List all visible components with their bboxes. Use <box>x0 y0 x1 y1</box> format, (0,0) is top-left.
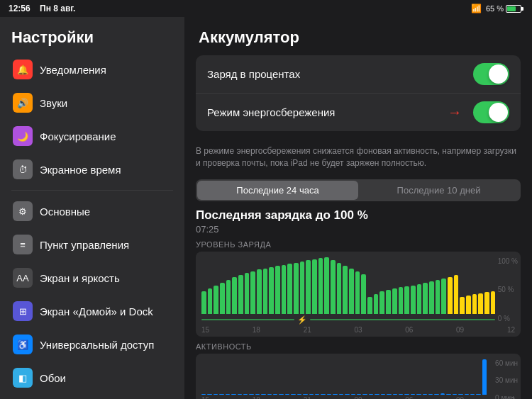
activity-bar <box>231 394 235 395</box>
activity-bar <box>375 394 379 395</box>
charge-bar <box>331 260 336 314</box>
status-bar: 12:56 Пн 8 авг. 📶 65 % <box>0 0 532 17</box>
sidebar-item-notifications[interactable]: 🔔 Уведомления <box>4 53 180 86</box>
sidebar-divider <box>11 190 173 191</box>
charge-bar <box>269 267 274 314</box>
charge-bar <box>238 275 243 313</box>
charge-bar <box>392 288 397 314</box>
activity-bar <box>453 394 457 395</box>
sidebar-label-control: Пункт управления <box>40 239 129 251</box>
charge-bar <box>478 293 483 314</box>
activity-bar <box>291 394 295 395</box>
charge-bar <box>232 277 237 314</box>
activity-bar <box>207 394 211 395</box>
sidebar-item-sounds[interactable]: 🔊 Звуки <box>4 86 180 119</box>
tab-10d[interactable]: Последние 10 дней <box>358 181 519 200</box>
charge-bar <box>275 266 280 313</box>
charge-chart-label: УРОВЕНЬ ЗАРЯДА <box>196 240 521 249</box>
charge-bar <box>441 279 446 314</box>
setting-row-lowpower: Режим энергосбережения → <box>196 94 521 131</box>
sidebar-item-display[interactable]: AA Экран и яркость <box>4 262 180 294</box>
charge-bar <box>324 257 329 314</box>
activity-bar <box>369 394 373 395</box>
sidebar-item-screentime[interactable]: ⏱ Экранное время <box>4 153 180 186</box>
activity-bar <box>357 394 361 395</box>
activity-bar <box>428 394 433 395</box>
sidebar-item-control[interactable]: ≡ Пункт управления <box>4 228 180 261</box>
activity-bar <box>297 394 301 395</box>
settings-card: Заряд в процентах Режим энергосбережения… <box>196 55 521 131</box>
activity-bar <box>243 394 248 395</box>
sidebar-label-homescreen: Экран «Домой» и Dock <box>40 305 153 317</box>
charge-bar <box>294 263 299 314</box>
sidebar-item-focus[interactable]: 🌙 Фокусирование <box>4 120 180 152</box>
charge-bar <box>429 281 434 314</box>
charge-bar <box>417 284 422 314</box>
charge-bar <box>355 271 360 314</box>
activity-bar <box>446 394 450 395</box>
charge-bar <box>220 283 225 314</box>
charge-bar <box>214 286 218 314</box>
charge-bar <box>491 291 496 314</box>
activity-bar <box>339 394 343 395</box>
sidebar-label-screentime: Экранное время <box>40 164 121 176</box>
toggle-percent[interactable] <box>473 63 509 85</box>
activity-bar <box>362 394 367 395</box>
activity-bar <box>333 394 337 395</box>
activity-bar <box>440 393 445 395</box>
activity-x-labels: 15182100060912 <box>201 395 515 399</box>
charge-bar <box>318 258 323 313</box>
activity-bar-chart <box>201 359 515 395</box>
activity-bar <box>219 394 223 395</box>
focus-icon: 🌙 <box>13 126 33 146</box>
charge-y-labels: 100 % 50 % 0 % <box>498 257 518 322</box>
period-tabs: Последние 24 часа Последние 10 дней <box>196 179 521 201</box>
sidebar-item-wallpaper[interactable]: ◧ Обои <box>4 361 180 394</box>
charge-bar <box>226 280 231 314</box>
charge-x-labels: 15182103060912 <box>201 325 515 334</box>
charge-bar <box>257 269 262 313</box>
activity-bar <box>351 394 355 395</box>
charge-bar <box>250 271 255 314</box>
activity-bar <box>214 394 218 395</box>
sidebar: Настройки 🔔 Уведомления 🔊 Звуки 🌙 Фокуси… <box>0 17 184 399</box>
wallpaper-icon: ◧ <box>13 368 33 388</box>
sidebar-item-siri[interactable]: ◉ Siri и Поиск <box>4 395 180 399</box>
activity-chart-label: АКТИВНОСТЬ <box>196 342 521 351</box>
content-title: Аккумулятор <box>184 17 532 55</box>
charge-bar <box>306 260 311 313</box>
activity-bar <box>327 394 331 395</box>
screentime-icon: ⏱ <box>13 159 33 179</box>
charge-bar <box>287 264 292 313</box>
charge-bar <box>466 296 471 314</box>
activity-bar <box>465 394 469 395</box>
sidebar-item-homescreen[interactable]: ⊞ Экран «Домой» и Dock <box>4 295 180 327</box>
sidebar-label-notifications: Уведомления <box>40 64 106 76</box>
status-time: 12:56 <box>9 4 31 13</box>
sidebar-item-general[interactable]: ⚙ Основные <box>4 195 180 227</box>
activity-bar <box>249 394 253 395</box>
charge-bar <box>386 290 391 314</box>
status-date: Пн 8 авг. <box>40 4 75 13</box>
setting-lowpower-label: Режим энергосбережения <box>207 106 335 118</box>
charge-bar <box>201 291 206 314</box>
sidebar-label-sounds: Звуки <box>40 97 67 109</box>
energy-description: В режиме энергосбережения снижается фоно… <box>184 140 532 176</box>
toggle-lowpower[interactable] <box>473 101 509 123</box>
activity-bar <box>279 394 283 395</box>
activity-bar <box>303 394 307 395</box>
charge-bar <box>361 274 366 314</box>
sidebar-item-access[interactable]: ♿ Универсальный доступ <box>4 328 180 361</box>
setting-row-percent: Заряд в процентах <box>196 55 521 94</box>
charge-bar <box>349 269 354 314</box>
activity-bar <box>315 394 319 395</box>
wifi-icon: 📶 <box>471 4 482 13</box>
chart-section: Последняя зарядка до 100 % 07:25 УРОВЕНЬ… <box>196 208 521 399</box>
tab-24h[interactable]: Последние 24 часа <box>197 181 358 200</box>
status-time-date: 12:56 Пн 8 авг. <box>9 4 75 13</box>
charge-bar <box>312 259 317 314</box>
activity-bar <box>434 394 438 395</box>
sidebar-label-wallpaper: Обои <box>40 372 66 384</box>
activity-bar <box>416 394 421 395</box>
charge-bar <box>245 273 250 314</box>
